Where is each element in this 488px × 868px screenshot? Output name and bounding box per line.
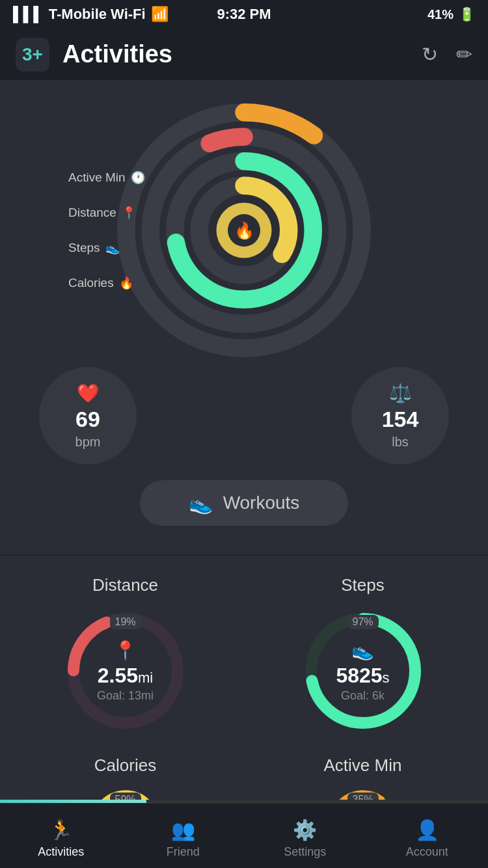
distance-label: Distance 📍 [68, 206, 145, 220]
status-right: 41% 🔋 [427, 7, 475, 22]
nav-activities-icon: 🏃 [49, 819, 73, 841]
steps-metric-title: Steps [341, 575, 385, 595]
steps-center-value: 5825s [336, 664, 389, 688]
header-actions: ↻ ✏ [422, 43, 472, 66]
signal-icon: ▌▌▌ [13, 6, 44, 23]
steps-percent: 97% [347, 615, 378, 629]
battery-label: 41% [427, 7, 454, 22]
nav-friend[interactable]: 👥 Friend [122, 813, 245, 859]
status-left: ▌▌▌ T-Mobile Wi-Fi 📶 [13, 6, 169, 23]
nav-friend-label: Friend [167, 845, 200, 859]
weight-icon: ⚖️ [389, 383, 412, 404]
ring-chart-container: Active Min 🕐 Distance 📍 Steps 👟 Calories… [49, 100, 439, 360]
nav-activities-label: Activities [38, 845, 84, 859]
activity-section: Active Min 🕐 Distance 📍 Steps 👟 Calories… [0, 81, 488, 554]
active-min-metric-title: Active Min [324, 755, 402, 776]
active-min-label: Active Min 🕐 [68, 170, 145, 185]
bottom-nav: 🏃 Activities 👥 Friend ⚙️ Settings 👤 Acco… [0, 803, 488, 868]
battery-icon: 🔋 [459, 7, 475, 22]
weight-unit: lbs [392, 435, 409, 450]
distance-ring: 19% 📍 2.55mi Goal: 13mi [61, 606, 191, 736]
calories-label: Calories 🔥 [68, 276, 145, 290]
steps-ring: 97% 👟 5825s Goal: 6k [298, 606, 428, 736]
workouts-label: Workouts [223, 493, 300, 513]
steps-center-goal: Goal: 6k [336, 689, 389, 703]
distance-percent: 19% [109, 615, 141, 629]
weight-value: 154 [382, 407, 419, 432]
heart-rate-stat: ❤️ 69 bpm [39, 367, 137, 465]
svg-text:🔥: 🔥 [234, 221, 255, 241]
calories-metric-title: Calories [94, 755, 156, 776]
steps-center-icon: 👟 [336, 640, 389, 661]
refresh-icon[interactable]: ↻ [422, 43, 438, 66]
workouts-button[interactable]: 👟 Workouts [140, 480, 348, 526]
distance-metric-title: Distance [92, 575, 158, 595]
app-header: 3+ Activities ↻ ✏ [0, 29, 488, 81]
nav-activities[interactable]: 🏃 Activities [0, 813, 122, 859]
distance-center-icon: 📍 [97, 640, 154, 661]
distance-center-goal: Goal: 13mi [97, 689, 154, 703]
steps-metric: Steps 97% 👟 5825s Goal: 6k [251, 575, 475, 736]
nav-account-icon: 👤 [415, 819, 439, 841]
page-title: Activities [62, 40, 422, 68]
heart-icon: ❤️ [77, 383, 100, 404]
app-logo: 3+ [16, 38, 49, 72]
stats-row: ❤️ 69 bpm ⚖️ 154 lbs [13, 367, 475, 465]
fire-icon: 🔥 [119, 276, 133, 290]
status-time: 9:32 PM [217, 6, 271, 23]
carrier-label: T-Mobile Wi-Fi [49, 6, 146, 23]
nav-account-label: Account [406, 845, 448, 859]
nav-settings[interactable]: ⚙️ Settings [244, 813, 366, 859]
workouts-icon: 👟 [189, 492, 213, 515]
distance-metric: Distance 19% 📍 2.55mi Goal: 13mi [13, 575, 237, 736]
shoe-icon: 👟 [105, 241, 120, 255]
distance-center-value: 2.55mi [97, 664, 154, 688]
clock-icon: 🕐 [131, 170, 145, 185]
heart-rate-value: 69 [75, 407, 100, 432]
status-bar: ▌▌▌ T-Mobile Wi-Fi 📶 9:32 PM 41% 🔋 [0, 0, 488, 29]
nav-settings-label: Settings [284, 845, 326, 859]
steps-label: Steps 👟 [68, 241, 145, 255]
heart-rate-unit: bpm [75, 435, 101, 450]
nav-friend-icon: 👥 [171, 819, 195, 841]
weight-stat: ⚖️ 154 lbs [351, 367, 449, 465]
location-icon: 📍 [122, 206, 136, 220]
steps-center: 👟 5825s Goal: 6k [336, 640, 389, 703]
nav-account[interactable]: 👤 Account [366, 813, 489, 859]
ring-labels: Active Min 🕐 Distance 📍 Steps 👟 Calories… [68, 170, 145, 290]
wifi-icon: 📶 [151, 6, 169, 23]
edit-icon[interactable]: ✏ [456, 43, 472, 66]
nav-settings-icon: ⚙️ [293, 819, 317, 841]
activity-rings-svg: 🔥 [114, 100, 374, 360]
distance-center: 📍 2.55mi Goal: 13mi [97, 640, 154, 703]
